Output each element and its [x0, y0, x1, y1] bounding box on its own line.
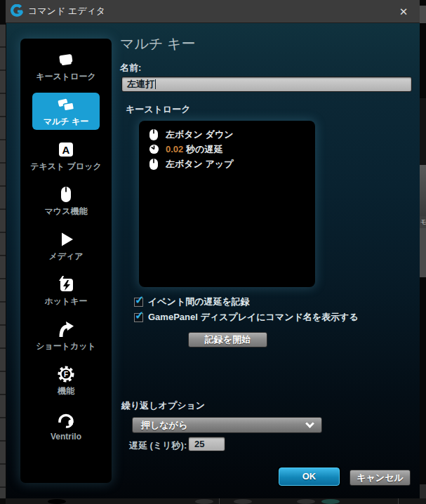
keystroke-item[interactable]: 0.02 秒の遅延: [149, 142, 315, 157]
dropdown-selected-value: 押しながら: [141, 419, 307, 432]
sidebar-item-mousefunction[interactable]: マウス機能: [32, 183, 100, 220]
sidebar-item-label: マルチ キー: [44, 116, 88, 128]
headset-icon: [57, 411, 75, 430]
sidebar-item-label: キーストローク: [36, 71, 95, 83]
delay-ms-input[interactable]: [188, 437, 225, 451]
checkbox[interactable]: ✓: [134, 313, 143, 322]
checkmark-icon: ✓: [135, 309, 144, 322]
window-title: コマンド エディタ: [28, 5, 105, 18]
dialog-body: キーストローク マルチ キー A: [6, 23, 420, 498]
checkbox-label: GamePanel ディスプレイにコマンド名を表示する: [148, 311, 359, 324]
keystroke-item-text: 秒の遅延: [186, 143, 222, 156]
repeat-mode-dropdown[interactable]: 押しながら: [132, 417, 322, 433]
sidebar-item-label: テキスト ブロック: [30, 161, 102, 173]
repeat-options-label: 繰り返しオプション: [121, 399, 205, 412]
sidebar-item-label: ショートカット: [36, 340, 96, 352]
command-type-sidebar: キーストローク マルチ キー A: [20, 39, 112, 483]
text-block-icon: A: [58, 140, 74, 159]
close-icon[interactable]: ✕: [396, 4, 411, 20]
sidebar-item-multikey[interactable]: マルチ キー: [32, 93, 100, 130]
keystroke-item-text: 左ボタン ダウン: [166, 128, 233, 141]
sidebar-item-hotkey[interactable]: ホットキー: [32, 272, 100, 310]
sidebar-item-media[interactable]: メディア: [32, 227, 100, 265]
sidebar-item-shortcut[interactable]: ショートカット: [32, 317, 100, 354]
sidebar-item-function[interactable]: F 機能: [32, 362, 100, 399]
play-icon: [58, 230, 74, 249]
sidebar-item-label: 機能: [58, 385, 74, 397]
background-right-sliver: モ: [420, 0, 426, 504]
sidebar-item-textblock[interactable]: A テキスト ブロック: [32, 138, 100, 175]
name-value: 左連打: [127, 78, 154, 91]
checkmark-icon: ✓: [135, 293, 144, 307]
keystroke-section-label: キーストローク: [126, 103, 191, 116]
keystroke-item[interactable]: 左ボタン アップ: [149, 157, 315, 171]
ok-button[interactable]: OK: [279, 467, 340, 486]
keycap-icon: [57, 50, 75, 69]
background-bottom-sliver: [6, 498, 426, 504]
keystroke-item-text: 左ボタン アップ: [166, 158, 233, 171]
mouse-icon: [149, 158, 159, 171]
checkbox-record-delays[interactable]: ✓ イベント間の遅延を記録: [134, 296, 250, 307]
mouse-icon: [58, 185, 74, 204]
sidebar-item-label: マウス機能: [45, 206, 88, 218]
name-label: 名前:: [120, 62, 141, 74]
sidebar-item-label: メディア: [48, 251, 83, 263]
cancel-button[interactable]: キャンセル: [350, 470, 411, 486]
text-caret: [155, 79, 156, 89]
start-recording-button[interactable]: 記録を開始: [188, 332, 267, 347]
command-editor-dialog: コマンド エディタ ✕ キーストローク: [6, 0, 420, 498]
background-left-sliver: [0, 0, 6, 504]
sidebar-item-label: ホットキー: [44, 296, 87, 307]
sidebar-item-label: Ventrilo: [51, 432, 81, 442]
name-input[interactable]: 左連打: [121, 77, 412, 92]
svg-text:A: A: [62, 144, 70, 156]
keystroke-item[interactable]: 左ボタン ダウン: [149, 127, 315, 142]
delay-value: 0.02: [166, 144, 183, 154]
svg-text:F: F: [64, 371, 68, 378]
checkbox-label: イベント間の遅延を記録: [148, 296, 250, 308]
mouse-icon: [149, 128, 159, 141]
checkbox-gamepanel-display[interactable]: ✓ GamePanel ディスプレイにコマンド名を表示する: [134, 312, 359, 323]
lightning-icon: [57, 274, 75, 294]
sidebar-item-keystroke[interactable]: キーストローク: [32, 48, 100, 85]
keystroke-list[interactable]: 左ボタン ダウン 0.02 秒の遅延: [139, 121, 315, 287]
clock-icon: [149, 143, 159, 156]
delay-ms-label: 遅延 (ミリ秒):: [129, 439, 187, 452]
logitech-g-logo-icon: [10, 4, 24, 18]
checkbox[interactable]: ✓: [134, 298, 143, 307]
titlebar[interactable]: コマンド エディタ ✕: [6, 0, 420, 23]
screen: モ コマンド エディタ ✕: [0, 0, 426, 504]
background-text-fragment: モ: [420, 216, 426, 228]
page-title: マルチ キー: [120, 34, 195, 53]
shortcut-arrow-icon: [57, 319, 75, 339]
multi-key-icon: [56, 95, 76, 114]
chevron-down-icon: [305, 419, 314, 428]
sidebar-item-ventrilo[interactable]: Ventrilo: [32, 407, 100, 444]
gear-f-icon: F: [57, 364, 75, 384]
